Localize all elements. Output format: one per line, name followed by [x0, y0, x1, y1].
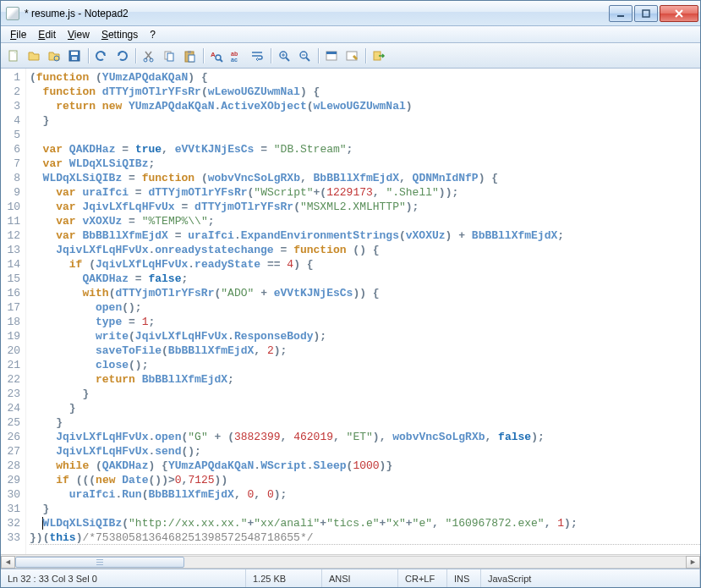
menu-settings[interactable]: Settings [96, 27, 144, 42]
new-file-icon [7, 49, 20, 63]
horizontal-scrollbar[interactable]: ◄ ► [1, 554, 700, 569]
svg-text:A: A [211, 51, 216, 58]
menu-edit[interactable]: Edit [32, 27, 62, 42]
svg-line-22 [306, 58, 309, 61]
close-button[interactable] [660, 5, 698, 22]
line-number-gutter: 1234567891011121314151617181920212223242… [1, 69, 26, 554]
new-file-button[interactable] [4, 47, 23, 65]
app-window: * resume.js - Notepad2 File Edit View Se… [0, 0, 701, 588]
separator [363, 47, 368, 65]
find-button[interactable]: A [207, 47, 226, 65]
svg-line-20 [286, 58, 289, 61]
titlebar[interactable]: * resume.js - Notepad2 [1, 1, 700, 26]
browse-folder-icon [47, 49, 61, 63]
status-position[interactable]: Ln 32 : 33 Col 3 Sel 0 [1, 569, 246, 587]
code-area[interactable]: (function (YUmzAPQdaKQaN) { function dTT… [26, 69, 700, 554]
cut-icon [142, 49, 156, 63]
status-size[interactable]: 1.25 KB [246, 569, 322, 587]
zoom-out-button[interactable] [295, 47, 314, 65]
code-editor[interactable]: 1234567891011121314151617181920212223242… [1, 69, 700, 554]
browse-button[interactable] [45, 47, 63, 65]
scroll-left-button[interactable]: ◄ [1, 556, 15, 569]
zoom-in-icon [277, 49, 291, 63]
window-title: * resume.js - Notepad2 [25, 8, 607, 19]
status-language[interactable]: JavaScript [481, 569, 700, 587]
save-icon [68, 49, 81, 63]
svg-rect-13 [189, 55, 194, 62]
statusbar: Ln 32 : 33 Col 3 Sel 0 1.25 KB ANSI CR+L… [1, 569, 700, 587]
menu-help[interactable]: ? [144, 27, 162, 42]
status-eol[interactable]: CR+LF [398, 569, 447, 587]
redo-icon [115, 49, 129, 63]
wordwrap-button[interactable] [248, 47, 266, 65]
svg-text:ac: ac [231, 57, 238, 63]
separator [85, 47, 90, 65]
app-icon [6, 7, 19, 20]
paste-icon [183, 49, 196, 63]
status-encoding[interactable]: ANSI [322, 569, 398, 587]
undo-icon [95, 49, 108, 63]
svg-rect-12 [188, 51, 191, 53]
menu-view[interactable]: View [62, 27, 96, 42]
exit-icon [372, 49, 386, 63]
copy-button[interactable] [160, 47, 178, 65]
exit-button[interactable] [370, 47, 388, 65]
status-ovr[interactable]: INS [447, 569, 481, 587]
separator [133, 47, 138, 65]
svg-text:ab: ab [231, 51, 238, 57]
find-icon: A [210, 49, 223, 63]
customize-icon [345, 49, 359, 63]
separator [315, 47, 320, 65]
undo-button[interactable] [92, 47, 111, 65]
menu-file[interactable]: File [4, 27, 32, 42]
editor: 1234567891011121314151617181920212223242… [1, 69, 700, 569]
svg-rect-6 [72, 57, 77, 60]
customize-button[interactable] [342, 47, 361, 65]
zoom-in-button[interactable] [275, 47, 293, 65]
open-button[interactable] [25, 47, 43, 65]
replace-button[interactable]: abac [227, 47, 246, 65]
svg-line-16 [220, 59, 222, 62]
toolbar: A abac [1, 43, 700, 69]
scroll-right-button[interactable]: ► [686, 556, 700, 569]
svg-rect-0 [617, 15, 624, 17]
minimize-button[interactable] [609, 5, 633, 22]
scheme-button[interactable] [322, 47, 341, 65]
svg-rect-1 [643, 10, 649, 17]
zoom-out-icon [298, 49, 311, 63]
redo-button[interactable] [112, 47, 131, 65]
separator [200, 47, 205, 65]
scroll-thumb[interactable] [15, 557, 184, 568]
maximize-button[interactable] [634, 5, 658, 22]
paste-button[interactable] [180, 47, 199, 65]
word-wrap-icon [250, 49, 264, 63]
save-button[interactable] [65, 47, 84, 65]
scheme-icon [325, 49, 338, 63]
svg-rect-10 [167, 53, 173, 61]
open-folder-icon [27, 49, 41, 63]
separator [268, 47, 273, 65]
cut-button[interactable] [140, 47, 158, 65]
replace-icon: abac [230, 49, 244, 63]
copy-icon [162, 49, 176, 63]
svg-rect-5 [71, 52, 78, 55]
menubar: File Edit View Settings ? [1, 26, 700, 43]
scroll-track[interactable] [15, 556, 686, 569]
window-buttons [607, 5, 698, 22]
svg-rect-24 [326, 52, 337, 54]
